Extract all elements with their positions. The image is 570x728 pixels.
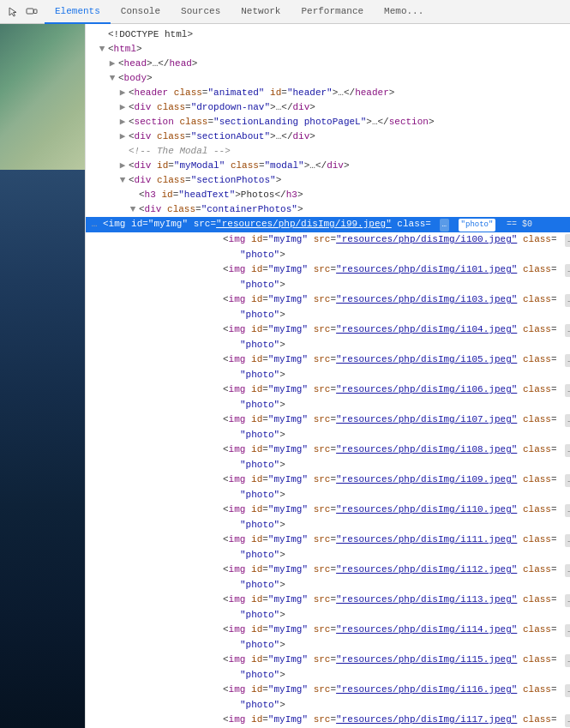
tab-sources[interactable]: Sources xyxy=(171,0,231,24)
tab-memory[interactable]: Memo... xyxy=(374,0,434,24)
cursor-icon[interactable] xyxy=(5,4,21,20)
dom-line-img-i109-photo: "photo"> xyxy=(86,488,570,502)
dom-line-img-i100[interactable]: <img id="myImg" src="resources/php/disIm… xyxy=(86,232,570,248)
dom-line-modal-comment[interactable]: <!-- The Modal --> xyxy=(86,144,570,159)
dom-line-img-i110[interactable]: <img id="myImg" src="resources/php/disIm… xyxy=(86,502,570,518)
dom-line-img-i101[interactable]: <img id="myImg" src="resources/php/disIm… xyxy=(86,262,570,278)
class-badge-i117[interactable]: … xyxy=(565,714,570,727)
section-landing-tag: <section class="sectionLanding photoPage… xyxy=(129,116,570,129)
class-badge-i100[interactable]: … xyxy=(565,234,570,247)
expander-dropdown-nav[interactable]: ▶ xyxy=(117,101,129,114)
dom-line-img-i103-photo: "photo"> xyxy=(86,308,570,322)
dom-line-html[interactable]: ▼ <html> xyxy=(86,42,570,57)
dom-line-section-about[interactable]: ▶ <div class="sectionAbout">…</div> xyxy=(86,129,570,144)
class-badge-i104[interactable]: … xyxy=(565,324,570,337)
device-icon[interactable] xyxy=(24,4,39,20)
expander-header[interactable]: ▶ xyxy=(117,87,129,99)
dom-line-img-i103[interactable]: <img id="myImg" src="resources/php/disIm… xyxy=(86,292,570,308)
img-tag-i103: <img id="myImg" src="resources/php/disIm… xyxy=(223,293,570,307)
expander-section-about[interactable]: ▶ xyxy=(117,130,129,143)
dom-line-img-i113[interactable]: <img id="myImg" src="resources/php/disIm… xyxy=(86,593,570,608)
dom-line-img-i111[interactable]: <img id="myImg" src="resources/php/disIm… xyxy=(86,532,570,548)
class-badge-i109[interactable]: … xyxy=(565,474,570,487)
dom-line-img-i104[interactable]: <img id="myImg" src="resources/php/disIm… xyxy=(86,322,570,338)
class-badge-i101[interactable]: … xyxy=(565,264,570,277)
dom-line-h3[interactable]: <h3 id="headText">Photos</h3> xyxy=(86,188,570,202)
dom-line-doctype[interactable]: <!DOCTYPE html> xyxy=(86,27,570,42)
section-about-tag: <div class="sectionAbout">…</div> xyxy=(129,130,570,143)
class-badge-i106[interactable]: … xyxy=(565,384,570,397)
class-badge-i103[interactable]: … xyxy=(565,294,570,307)
dom-line-section-photos[interactable]: ▼ <div class="sectionPhotos"> xyxy=(86,173,570,188)
class-badge-i99[interactable]: … xyxy=(440,219,449,232)
section-photos-tag: <div class="sectionPhotos"> xyxy=(129,174,570,187)
dom-line-img-i108[interactable]: <img id="myImg" src="resources/php/disIm… xyxy=(86,442,570,458)
class-badge-i108[interactable]: … xyxy=(565,444,570,457)
preview-panel xyxy=(0,24,86,728)
tab-performance[interactable]: Performance xyxy=(291,0,374,24)
expander-section-landing[interactable]: ▶ xyxy=(117,116,129,129)
dom-line-img-i115[interactable]: <img id="myImg" src="resources/php/disIm… xyxy=(86,653,570,668)
tab-console[interactable]: Console xyxy=(111,0,171,24)
dom-line-img-i114[interactable]: <img id="myImg" src="resources/php/disIm… xyxy=(86,623,570,638)
class-badge-i107[interactable]: … xyxy=(565,414,570,427)
dom-line-img-i112[interactable]: <img id="myImg" src="resources/php/disIm… xyxy=(86,563,570,578)
preview-image-top xyxy=(0,24,85,170)
dom-line-section-landing[interactable]: ▶ <section class="sectionLanding photoPa… xyxy=(86,115,570,129)
dom-line-img-i106[interactable]: <img id="myImg" src="resources/php/disIm… xyxy=(86,382,570,398)
dom-line-header[interactable]: ▶ <header class="animated" id="header">…… xyxy=(86,86,570,100)
modal-comment-text: <!-- The Modal --> xyxy=(129,145,570,158)
dom-line-img-i117[interactable]: <img id="myImg" src="resources/php/disIm… xyxy=(86,713,570,728)
expander-html[interactable]: ▼ xyxy=(96,43,108,56)
img-tag-i106: <img id="myImg" src="resources/php/disIm… xyxy=(223,383,570,397)
devtools-toolbar: Elements Console Sources Network Perform… xyxy=(0,0,570,24)
expander-my-modal[interactable]: ▶ xyxy=(117,159,129,172)
expander-img-i99: … xyxy=(86,218,103,231)
photo-hint-i99: "photo" xyxy=(459,219,496,232)
header-tag: <header class="animated" id="header">…</… xyxy=(129,87,570,99)
preview-image-bottom xyxy=(0,170,85,728)
expander-body[interactable]: ▼ xyxy=(106,72,118,85)
class-badge-i112[interactable]: … xyxy=(565,564,570,577)
class-badge-i113[interactable]: … xyxy=(565,594,570,607)
img-tag-i110: <img id="myImg" src="resources/php/disIm… xyxy=(223,503,570,517)
img-tag-i116: <img id="myImg" src="resources/php/disIm… xyxy=(223,683,570,697)
class-badge-i110[interactable]: … xyxy=(565,504,570,517)
dom-line-container-photos[interactable]: ▼ <div class="containerPhotos"> xyxy=(86,202,570,217)
dom-line-img-i101-photo: "photo"> xyxy=(86,278,570,292)
dom-line-img-i105[interactable]: <img id="myImg" src="resources/php/disIm… xyxy=(86,352,570,368)
tab-network[interactable]: Network xyxy=(231,0,291,24)
class-badge-i116[interactable]: … xyxy=(565,684,570,697)
img-tag-i109: <img id="myImg" src="resources/php/disIm… xyxy=(223,473,570,487)
expander-section-photos[interactable]: ▼ xyxy=(117,174,129,187)
dom-line-img-i110-photo: "photo"> xyxy=(86,518,570,532)
dom-line-img-i104-photo: "photo"> xyxy=(86,338,570,352)
my-modal-tag: <div id="myModal" class="modal">…</div> xyxy=(129,159,570,172)
dom-line-img-i112-photo: "photo"> xyxy=(86,578,570,593)
img-tag-i113: <img id="myImg" src="resources/php/disIm… xyxy=(223,593,570,607)
img-tag-i101: <img id="myImg" src="resources/php/disIm… xyxy=(223,263,570,277)
class-badge-i115[interactable]: … xyxy=(565,654,570,667)
class-badge-i114[interactable]: … xyxy=(565,624,570,637)
expander-head[interactable]: ▶ xyxy=(106,57,118,70)
head-tag: <head>…</head> xyxy=(118,57,570,70)
class-badge-i111[interactable]: … xyxy=(565,534,570,547)
dom-line-img-i105-photo: "photo"> xyxy=(86,368,570,382)
dom-line-body[interactable]: ▼ <body> xyxy=(86,71,570,86)
dom-line-img-i116[interactable]: <img id="myImg" src="resources/php/disIm… xyxy=(86,683,570,698)
dom-line-my-modal[interactable]: ▶ <div id="myModal" class="modal">…</div… xyxy=(86,159,570,173)
dom-line-dropdown-nav[interactable]: ▶ <div class="dropdown-nav">…</div> xyxy=(86,100,570,115)
dom-panel[interactable]: <!DOCTYPE html> ▼ <html> ▶ <head>…</head… xyxy=(86,24,570,728)
dom-line-img-i99[interactable]: … <img id="myImg" src="resources/php/dis… xyxy=(86,217,570,232)
dom-line-img-i107[interactable]: <img id="myImg" src="resources/php/disIm… xyxy=(86,412,570,428)
dom-line-img-i109[interactable]: <img id="myImg" src="resources/php/disIm… xyxy=(86,472,570,488)
dom-line-img-i115-photo: "photo"> xyxy=(86,668,570,683)
class-badge-i105[interactable]: … xyxy=(565,354,570,367)
img-tag-i115: <img id="myImg" src="resources/php/disIm… xyxy=(223,653,570,667)
tab-elements[interactable]: Elements xyxy=(45,0,111,24)
dom-line-img-i114-photo: "photo"> xyxy=(86,638,570,653)
expander-container-photos[interactable]: ▼ xyxy=(127,203,139,216)
tab-bar: Elements Console Sources Network Perform… xyxy=(45,0,570,24)
dom-line-img-i107-photo: "photo"> xyxy=(86,428,570,442)
dom-line-head[interactable]: ▶ <head>…</head> xyxy=(86,57,570,71)
